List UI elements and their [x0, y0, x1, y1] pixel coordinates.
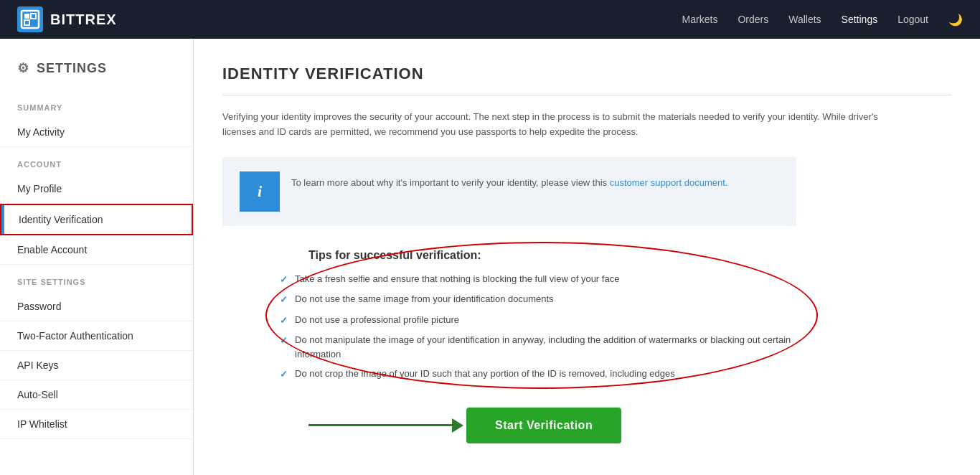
navbar-links: Markets Orders Wallets Settings Logout 🌙	[682, 13, 963, 27]
tip-text-4: Do not manipulate the image of your iden…	[295, 333, 811, 361]
sidebar-item-my-profile[interactable]: My Profile	[0, 174, 193, 204]
sidebar-item-ip-whitelist[interactable]: IP Whitelist	[0, 410, 193, 439]
section-site-settings: SITE SETTINGS	[0, 265, 193, 292]
start-verification-button[interactable]: Start Verification	[466, 408, 621, 443]
info-text-before: To learn more about why it's important t…	[291, 177, 610, 188]
sidebar-header: ⚙ SETTINGS	[0, 53, 193, 90]
check-icon: ✓	[280, 293, 288, 307]
tips-container: Tips for successful verification: ✓ Take…	[222, 249, 811, 382]
sidebar-title: SETTINGS	[37, 61, 107, 76]
sidebar-item-password[interactable]: Password	[0, 292, 193, 321]
list-item: ✓ Take a fresh selfie and ensure that no…	[280, 272, 811, 287]
navbar: BITTREX Markets Orders Wallets Settings …	[0, 0, 980, 39]
nav-logout[interactable]: Logout	[897, 14, 928, 25]
page-title: IDENTITY VERIFICATION	[222, 65, 951, 95]
dark-mode-icon[interactable]: 🌙	[948, 13, 963, 27]
info-box: i To learn more about why it's important…	[222, 157, 796, 226]
description-text: Verifying your identity improves the sec…	[222, 110, 904, 140]
verify-section: Start Verification	[222, 408, 951, 443]
tips-list: ✓ Take a fresh selfie and ensure that no…	[222, 272, 811, 382]
brand: BITTREX	[17, 6, 117, 32]
sidebar-item-identity-verification[interactable]: Identity Verification	[0, 204, 193, 235]
layout: ⚙ SETTINGS SUMMARY My Activity ACCOUNT M…	[0, 39, 980, 475]
nav-markets[interactable]: Markets	[682, 14, 718, 25]
tip-text-2: Do not use the same image from your iden…	[295, 292, 554, 306]
nav-orders[interactable]: Orders	[738, 14, 768, 25]
arrow-container	[308, 418, 463, 433]
tip-text-3: Do not use a professional profile pictur…	[295, 313, 459, 327]
list-item: ✓ Do not use a professional profile pict…	[280, 313, 811, 328]
arrow-head	[452, 418, 463, 433]
sidebar-item-my-activity[interactable]: My Activity	[0, 118, 193, 147]
list-item: ✓ Do not manipulate the image of your id…	[280, 333, 811, 361]
brand-name: BITTREX	[50, 11, 117, 28]
sidebar: ⚙ SETTINGS SUMMARY My Activity ACCOUNT M…	[0, 39, 194, 475]
info-link[interactable]: customer support document.	[610, 177, 728, 188]
check-icon: ✓	[280, 334, 288, 348]
section-summary: SUMMARY	[0, 90, 193, 118]
main-content: IDENTITY VERIFICATION Verifying your ide…	[194, 39, 980, 475]
check-icon: ✓	[280, 273, 288, 287]
check-icon: ✓	[280, 367, 288, 382]
list-item: ✓ Do not use the same image from your id…	[280, 292, 811, 307]
svg-rect-2	[24, 14, 29, 19]
tip-text-1: Take a fresh selfie and ensure that noth…	[295, 272, 619, 286]
sidebar-item-enable-account[interactable]: Enable Account	[0, 235, 193, 265]
nav-wallets[interactable]: Wallets	[788, 14, 821, 25]
info-box-text: To learn more about why it's important t…	[291, 171, 727, 191]
logo-icon	[17, 6, 43, 32]
nav-settings[interactable]: Settings	[842, 14, 878, 25]
tips-title: Tips for successful verification:	[222, 249, 811, 262]
sidebar-item-api-keys[interactable]: API Keys	[0, 351, 193, 380]
arrow-line	[308, 424, 452, 426]
list-item: ✓ Do not crop the image of your ID such …	[280, 367, 811, 382]
info-icon: i	[240, 171, 280, 212]
sidebar-item-two-factor[interactable]: Two-Factor Authentication	[0, 321, 193, 351]
sidebar-item-auto-sell[interactable]: Auto-Sell	[0, 380, 193, 410]
check-icon: ✓	[280, 314, 288, 328]
gear-icon: ⚙	[17, 60, 29, 76]
section-account: ACCOUNT	[0, 147, 193, 174]
tip-text-5: Do not crop the image of your ID such th…	[295, 367, 675, 381]
